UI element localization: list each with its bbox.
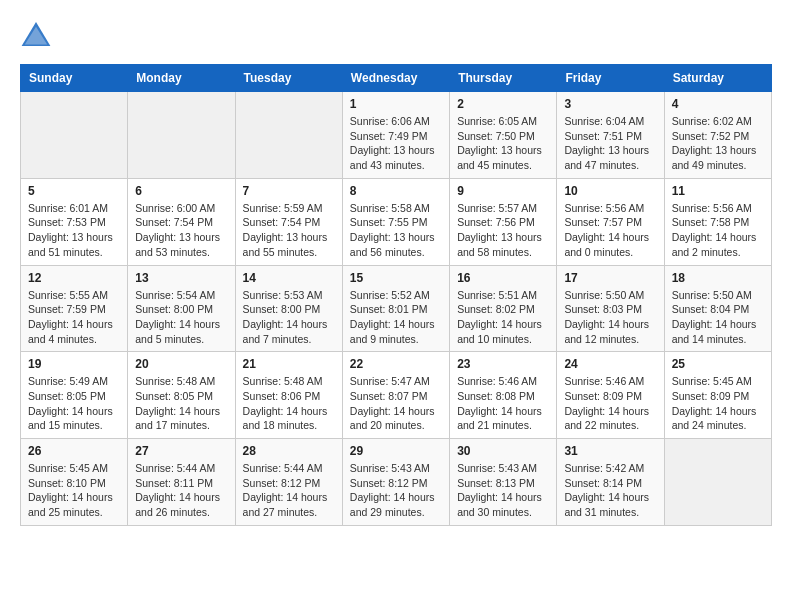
day-info: Sunrise: 5:47 AMSunset: 8:07 PMDaylight:…	[350, 374, 442, 433]
page-header	[20, 20, 772, 48]
day-number: 10	[564, 184, 656, 198]
calendar-week-row: 5Sunrise: 6:01 AMSunset: 7:53 PMDaylight…	[21, 178, 772, 265]
calendar-cell: 1Sunrise: 6:06 AMSunset: 7:49 PMDaylight…	[342, 92, 449, 179]
day-info: Sunrise: 5:45 AMSunset: 8:10 PMDaylight:…	[28, 461, 120, 520]
calendar-cell: 4Sunrise: 6:02 AMSunset: 7:52 PMDaylight…	[664, 92, 771, 179]
day-number: 16	[457, 271, 549, 285]
day-number: 8	[350, 184, 442, 198]
day-info: Sunrise: 5:43 AMSunset: 8:13 PMDaylight:…	[457, 461, 549, 520]
day-info: Sunrise: 5:57 AMSunset: 7:56 PMDaylight:…	[457, 201, 549, 260]
day-info: Sunrise: 5:46 AMSunset: 8:08 PMDaylight:…	[457, 374, 549, 433]
day-info: Sunrise: 5:59 AMSunset: 7:54 PMDaylight:…	[243, 201, 335, 260]
day-of-week-header: Saturday	[664, 65, 771, 92]
calendar-cell: 21Sunrise: 5:48 AMSunset: 8:06 PMDayligh…	[235, 352, 342, 439]
day-number: 19	[28, 357, 120, 371]
calendar-cell: 2Sunrise: 6:05 AMSunset: 7:50 PMDaylight…	[450, 92, 557, 179]
day-info: Sunrise: 5:56 AMSunset: 7:57 PMDaylight:…	[564, 201, 656, 260]
day-info: Sunrise: 5:46 AMSunset: 8:09 PMDaylight:…	[564, 374, 656, 433]
calendar-week-row: 12Sunrise: 5:55 AMSunset: 7:59 PMDayligh…	[21, 265, 772, 352]
day-number: 9	[457, 184, 549, 198]
calendar-cell: 25Sunrise: 5:45 AMSunset: 8:09 PMDayligh…	[664, 352, 771, 439]
calendar-cell: 8Sunrise: 5:58 AMSunset: 7:55 PMDaylight…	[342, 178, 449, 265]
calendar-cell: 18Sunrise: 5:50 AMSunset: 8:04 PMDayligh…	[664, 265, 771, 352]
calendar-week-row: 19Sunrise: 5:49 AMSunset: 8:05 PMDayligh…	[21, 352, 772, 439]
day-of-week-header: Friday	[557, 65, 664, 92]
day-info: Sunrise: 5:56 AMSunset: 7:58 PMDaylight:…	[672, 201, 764, 260]
calendar-body: 1Sunrise: 6:06 AMSunset: 7:49 PMDaylight…	[21, 92, 772, 526]
day-info: Sunrise: 6:00 AMSunset: 7:54 PMDaylight:…	[135, 201, 227, 260]
calendar-cell: 15Sunrise: 5:52 AMSunset: 8:01 PMDayligh…	[342, 265, 449, 352]
day-number: 29	[350, 444, 442, 458]
calendar-week-row: 1Sunrise: 6:06 AMSunset: 7:49 PMDaylight…	[21, 92, 772, 179]
calendar-cell: 14Sunrise: 5:53 AMSunset: 8:00 PMDayligh…	[235, 265, 342, 352]
day-info: Sunrise: 5:50 AMSunset: 8:03 PMDaylight:…	[564, 288, 656, 347]
day-of-week-header: Monday	[128, 65, 235, 92]
calendar-cell: 27Sunrise: 5:44 AMSunset: 8:11 PMDayligh…	[128, 439, 235, 526]
calendar-cell	[128, 92, 235, 179]
day-info: Sunrise: 5:51 AMSunset: 8:02 PMDaylight:…	[457, 288, 549, 347]
day-number: 31	[564, 444, 656, 458]
day-info: Sunrise: 5:53 AMSunset: 8:00 PMDaylight:…	[243, 288, 335, 347]
day-info: Sunrise: 5:55 AMSunset: 7:59 PMDaylight:…	[28, 288, 120, 347]
day-number: 5	[28, 184, 120, 198]
day-info: Sunrise: 5:44 AMSunset: 8:12 PMDaylight:…	[243, 461, 335, 520]
calendar-cell: 31Sunrise: 5:42 AMSunset: 8:14 PMDayligh…	[557, 439, 664, 526]
calendar-week-row: 26Sunrise: 5:45 AMSunset: 8:10 PMDayligh…	[21, 439, 772, 526]
day-info: Sunrise: 5:58 AMSunset: 7:55 PMDaylight:…	[350, 201, 442, 260]
day-number: 12	[28, 271, 120, 285]
calendar-cell: 20Sunrise: 5:48 AMSunset: 8:05 PMDayligh…	[128, 352, 235, 439]
day-number: 21	[243, 357, 335, 371]
calendar-cell: 7Sunrise: 5:59 AMSunset: 7:54 PMDaylight…	[235, 178, 342, 265]
calendar-cell: 6Sunrise: 6:00 AMSunset: 7:54 PMDaylight…	[128, 178, 235, 265]
day-info: Sunrise: 5:50 AMSunset: 8:04 PMDaylight:…	[672, 288, 764, 347]
day-info: Sunrise: 5:43 AMSunset: 8:12 PMDaylight:…	[350, 461, 442, 520]
calendar-cell: 12Sunrise: 5:55 AMSunset: 7:59 PMDayligh…	[21, 265, 128, 352]
calendar-cell: 11Sunrise: 5:56 AMSunset: 7:58 PMDayligh…	[664, 178, 771, 265]
calendar-cell: 26Sunrise: 5:45 AMSunset: 8:10 PMDayligh…	[21, 439, 128, 526]
calendar-cell: 17Sunrise: 5:50 AMSunset: 8:03 PMDayligh…	[557, 265, 664, 352]
calendar-cell: 28Sunrise: 5:44 AMSunset: 8:12 PMDayligh…	[235, 439, 342, 526]
day-number: 23	[457, 357, 549, 371]
calendar-cell: 13Sunrise: 5:54 AMSunset: 8:00 PMDayligh…	[128, 265, 235, 352]
calendar-cell: 3Sunrise: 6:04 AMSunset: 7:51 PMDaylight…	[557, 92, 664, 179]
calendar-cell: 10Sunrise: 5:56 AMSunset: 7:57 PMDayligh…	[557, 178, 664, 265]
calendar-cell: 9Sunrise: 5:57 AMSunset: 7:56 PMDaylight…	[450, 178, 557, 265]
day-info: Sunrise: 5:42 AMSunset: 8:14 PMDaylight:…	[564, 461, 656, 520]
day-number: 13	[135, 271, 227, 285]
day-info: Sunrise: 5:45 AMSunset: 8:09 PMDaylight:…	[672, 374, 764, 433]
calendar-cell	[235, 92, 342, 179]
calendar-cell: 16Sunrise: 5:51 AMSunset: 8:02 PMDayligh…	[450, 265, 557, 352]
calendar-cell	[21, 92, 128, 179]
calendar-cell: 22Sunrise: 5:47 AMSunset: 8:07 PMDayligh…	[342, 352, 449, 439]
calendar-cell: 30Sunrise: 5:43 AMSunset: 8:13 PMDayligh…	[450, 439, 557, 526]
day-number: 30	[457, 444, 549, 458]
day-info: Sunrise: 5:44 AMSunset: 8:11 PMDaylight:…	[135, 461, 227, 520]
day-number: 25	[672, 357, 764, 371]
day-number: 26	[28, 444, 120, 458]
day-info: Sunrise: 6:01 AMSunset: 7:53 PMDaylight:…	[28, 201, 120, 260]
day-info: Sunrise: 5:48 AMSunset: 8:06 PMDaylight:…	[243, 374, 335, 433]
day-number: 18	[672, 271, 764, 285]
day-number: 22	[350, 357, 442, 371]
calendar-cell: 19Sunrise: 5:49 AMSunset: 8:05 PMDayligh…	[21, 352, 128, 439]
day-info: Sunrise: 6:02 AMSunset: 7:52 PMDaylight:…	[672, 114, 764, 173]
day-info: Sunrise: 5:49 AMSunset: 8:05 PMDaylight:…	[28, 374, 120, 433]
logo-icon	[20, 20, 52, 48]
day-info: Sunrise: 5:54 AMSunset: 8:00 PMDaylight:…	[135, 288, 227, 347]
day-info: Sunrise: 5:52 AMSunset: 8:01 PMDaylight:…	[350, 288, 442, 347]
day-number: 6	[135, 184, 227, 198]
day-number: 14	[243, 271, 335, 285]
day-number: 24	[564, 357, 656, 371]
day-info: Sunrise: 6:04 AMSunset: 7:51 PMDaylight:…	[564, 114, 656, 173]
day-number: 15	[350, 271, 442, 285]
day-number: 28	[243, 444, 335, 458]
day-number: 11	[672, 184, 764, 198]
day-number: 2	[457, 97, 549, 111]
calendar-table: SundayMondayTuesdayWednesdayThursdayFrid…	[20, 64, 772, 526]
day-number: 1	[350, 97, 442, 111]
day-number: 3	[564, 97, 656, 111]
day-number: 27	[135, 444, 227, 458]
day-number: 4	[672, 97, 764, 111]
day-of-week-header: Sunday	[21, 65, 128, 92]
day-number: 17	[564, 271, 656, 285]
